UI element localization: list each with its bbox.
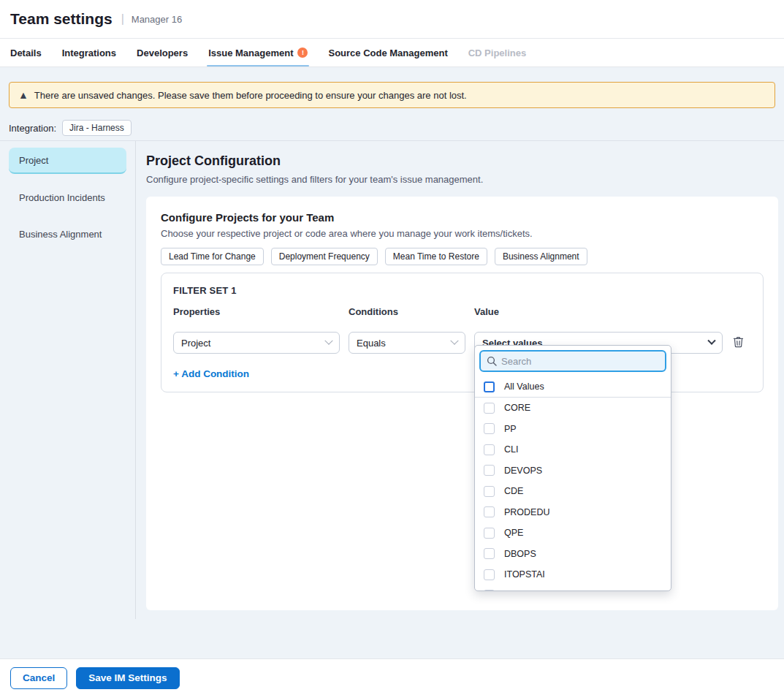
metric-chip-deployment-frequency[interactable]: Deployment Frequency	[271, 248, 378, 265]
add-condition-button[interactable]: + Add Condition	[173, 368, 249, 379]
section-title: Project Configuration	[146, 153, 784, 169]
option-label: QPE	[504, 528, 523, 538]
properties-select[interactable]: Project	[173, 332, 340, 354]
properties-select-value: Project	[181, 338, 210, 349]
option-checkbox[interactable]	[484, 465, 495, 476]
title-divider: |	[121, 12, 124, 26]
unsaved-changes-banner: ▲︎ There are unsaved changes. Please sav…	[9, 82, 775, 108]
save-im-settings-button[interactable]: Save IM Settings	[76, 667, 179, 689]
option-checkbox[interactable]	[484, 486, 495, 497]
properties-column-label: Properties	[173, 306, 340, 317]
tab-label: Developers	[137, 48, 188, 58]
alert-badge-icon: !	[297, 48, 308, 58]
option-checkbox[interactable]	[484, 444, 495, 455]
value-dropdown-panel: All Values COREPPCLIDEVOPSCDEPRODEDUQPED…	[474, 345, 671, 591]
conditions-column-label: Conditions	[349, 306, 465, 317]
option-label: ITOPSTAI	[504, 569, 545, 580]
filter-set-title: FILTER SET 1	[173, 285, 751, 296]
metric-chip-mean-time-to-restore[interactable]: Mean Time to Restore	[385, 248, 487, 265]
dropdown-option-cde[interactable]: CDE	[475, 481, 671, 502]
option-label: CDE	[504, 486, 523, 496]
value-cell: Select values...	[474, 317, 723, 354]
select-all-checkbox[interactable]	[484, 381, 495, 392]
chevron-down-icon	[450, 337, 458, 345]
filter-grid: Properties Conditions Value Project Equa…	[173, 296, 751, 354]
dropdown-option-cli[interactable]: CLI	[475, 439, 671, 460]
tab-issue-management[interactable]: Issue Management!	[208, 39, 308, 67]
page-header: Team settings | Manager 16	[0, 0, 784, 39]
page-subtitle: Manager 16	[132, 14, 182, 25]
footer-action-bar: Cancel Save IM Settings	[0, 658, 784, 695]
tab-label: Integrations	[62, 48, 116, 58]
trash-icon	[733, 336, 744, 348]
option-label: CLI	[504, 444, 518, 455]
dropdown-option-pipe[interactable]: PIPE	[475, 585, 671, 592]
tab-label: Issue Management	[208, 48, 293, 58]
body-row: ProjectProduction IncidentsBusiness Alig…	[0, 141, 784, 619]
select-all-option[interactable]: All Values	[475, 376, 671, 398]
dropdown-option-core[interactable]: CORE	[475, 398, 671, 419]
conditions-select-value: Equals	[357, 338, 386, 349]
option-checkbox[interactable]	[484, 423, 495, 434]
option-label: DEVOPS	[504, 466, 542, 476]
metric-chip-row: Lead Time for ChangeDeployment Frequency…	[161, 248, 764, 265]
option-checkbox[interactable]	[484, 403, 495, 414]
tab-source-code-management[interactable]: Source Code Management	[328, 39, 447, 67]
dropdown-option-pp[interactable]: PP	[475, 419, 671, 440]
option-checkbox[interactable]	[484, 506, 495, 517]
select-all-label: All Values	[504, 381, 544, 392]
dropdown-option-itopstai[interactable]: ITOPSTAI	[475, 564, 671, 585]
sidebar-item-production-incidents[interactable]: Production Incidents	[9, 184, 126, 210]
search-icon	[487, 356, 497, 366]
sidebar: ProjectProduction IncidentsBusiness Alig…	[0, 141, 136, 619]
option-label: DBOPS	[504, 549, 536, 559]
dropdown-option-prodedu[interactable]: PRODEDU	[475, 502, 671, 523]
option-checkbox[interactable]	[484, 548, 495, 559]
option-checkbox[interactable]	[484, 528, 495, 539]
tab-bar: DetailsIntegrationsDevelopersIssue Manag…	[0, 39, 784, 67]
value-column-label: Value	[474, 306, 723, 317]
configure-projects-card: Configure Projects for your Team Choose …	[146, 197, 778, 610]
conditions-select[interactable]: Equals	[349, 332, 465, 354]
tab-details[interactable]: Details	[10, 39, 42, 67]
banner-text: There are unsaved changes. Please save t…	[34, 90, 467, 101]
warning-icon: ▲︎	[18, 90, 28, 100]
metric-chip-lead-time-for-change[interactable]: Lead Time for Change	[161, 248, 264, 265]
tab-label: CD Pipelines	[468, 48, 526, 58]
integration-label: Integration:	[9, 123, 56, 134]
dropdown-options: COREPPCLIDEVOPSCDEPRODEDUQPEDBOPSITOPSTA…	[475, 398, 671, 591]
search-input[interactable]	[501, 356, 659, 367]
filter-set-1: FILTER SET 1 Properties Conditions Value…	[161, 273, 764, 392]
dropdown-option-dbops[interactable]: DBOPS	[475, 544, 671, 565]
integration-row: Integration: Jira - Harness	[9, 120, 775, 136]
dropdown-option-qpe[interactable]: QPE	[475, 523, 671, 544]
main-content: Project Configuration Configure project-…	[136, 141, 784, 619]
option-label: CORE	[504, 403, 530, 413]
page-title: Team settings	[10, 10, 113, 28]
footer-spacer	[0, 619, 784, 658]
tab-cd-pipelines[interactable]: CD Pipelines	[468, 39, 526, 67]
metric-chip-business-alignment[interactable]: Business Alignment	[495, 248, 587, 265]
team-settings-page: Team settings | Manager 16 DetailsIntegr…	[0, 0, 784, 695]
section-subtitle: Configure project-specific settings and …	[146, 173, 784, 186]
trash-cell	[731, 335, 751, 352]
sidebar-item-project[interactable]: Project	[9, 148, 126, 174]
option-label: PIPE	[504, 590, 525, 591]
sidebar-item-business-alignment[interactable]: Business Alignment	[9, 221, 126, 247]
option-checkbox[interactable]	[484, 590, 495, 591]
tab-developers[interactable]: Developers	[137, 39, 188, 67]
dropdown-search	[479, 350, 666, 372]
tab-label: Source Code Management	[328, 48, 447, 58]
tab-integrations[interactable]: Integrations	[62, 39, 116, 67]
card-subtitle: Choose your respective project or code a…	[161, 228, 764, 239]
tab-label: Details	[10, 48, 42, 58]
option-label: PP	[504, 424, 517, 434]
chevron-down-icon	[707, 337, 715, 345]
option-label: PRODEDU	[504, 507, 550, 517]
cancel-button[interactable]: Cancel	[10, 667, 67, 689]
dropdown-option-devops[interactable]: DEVOPS	[475, 460, 671, 482]
chevron-down-icon	[324, 337, 332, 345]
delete-filter-button[interactable]	[731, 335, 745, 352]
integration-chip[interactable]: Jira - Harness	[62, 120, 132, 136]
option-checkbox[interactable]	[484, 569, 495, 580]
